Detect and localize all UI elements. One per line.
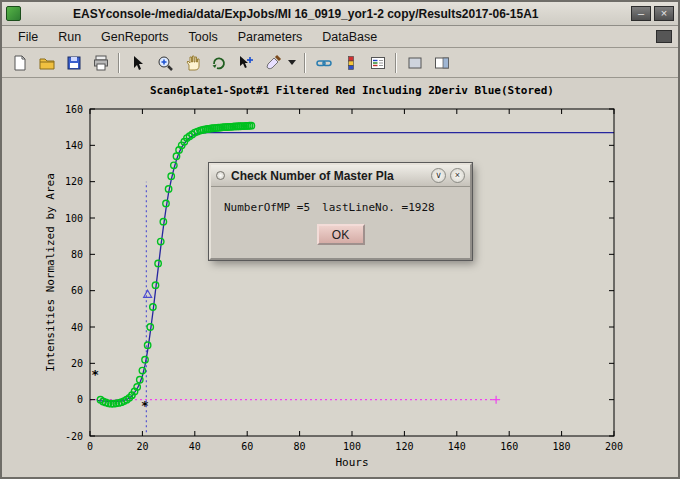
figure-area: **020406080100120140160180200-2002040608… [2,78,678,477]
svg-text:20: 20 [136,441,148,452]
svg-text:160: 160 [500,441,518,452]
svg-text:Intensities Normalized by Area: Intensities Normalized by Area [44,173,57,372]
svg-text:120: 120 [65,176,83,187]
menu-genreports[interactable]: GenReports [91,28,178,46]
hide-plot-tools-button[interactable] [402,50,427,75]
edit-arrow-icon [129,54,147,72]
open-folder-button[interactable] [34,50,59,75]
svg-text:160: 160 [65,104,83,115]
svg-text:40: 40 [189,441,201,452]
toolbar-separator [304,53,306,73]
figure-toolbar [2,48,678,78]
toolbar-separator [395,53,397,73]
show-plot-tools-button[interactable] [429,50,454,75]
svg-text:20: 20 [71,358,83,369]
app-icon [6,6,21,21]
brush-dropdown-button[interactable] [286,50,298,75]
chevron-down-icon [288,60,296,65]
check-master-plates-dialog: Check Number of Master Pla ∨ × NumberOfM… [209,163,472,260]
save-button[interactable] [61,50,86,75]
svg-text:60: 60 [71,285,83,296]
print-button[interactable] [88,50,113,75]
svg-text:-20: -20 [65,431,83,442]
toolbar-separator [118,53,120,73]
svg-text:100: 100 [65,213,83,224]
svg-text:*: * [141,398,149,413]
dialog-close-button[interactable]: × [450,168,465,183]
pan-hand-button[interactable] [179,50,204,75]
show-plot-tools-icon [433,54,451,72]
insert-legend-button[interactable] [365,50,390,75]
svg-text:200: 200 [605,441,623,452]
svg-text:Hours: Hours [335,456,368,469]
svg-text:100: 100 [343,441,361,452]
link-plots-icon [315,54,333,72]
app-window: EASYconsole-/media/data/ExpJobs/MI 16_09… [0,0,680,479]
menu-run[interactable]: Run [48,28,91,46]
dialog-body: NumberOfMP =5lastLineNo. =1928 OK [211,187,470,245]
menu-tools[interactable]: Tools [179,28,228,46]
dialog-message-lastline: lastLineNo. =1928 [322,201,435,214]
insert-legend-icon [369,54,387,72]
menu-parameters[interactable]: Parameters [228,28,313,46]
dialog-message: NumberOfMP =5lastLineNo. =1928 [224,201,457,214]
edit-arrow-button[interactable] [125,50,150,75]
svg-text:*: * [91,367,99,382]
svg-text:140: 140 [65,140,83,151]
svg-text:120: 120 [395,441,413,452]
window-title: EASYconsole-/media/data/ExpJobs/MI 16_09… [73,7,628,21]
svg-text:0: 0 [77,394,83,405]
menu-file[interactable]: File [8,28,48,46]
menubar-corner-icon[interactable] [656,30,672,43]
minimize-button[interactable]: – [631,6,651,21]
dialog-message-numberofmp: NumberOfMP =5 [224,201,310,214]
dialog-titlebar[interactable]: Check Number of Master Pla ∨ × [211,165,470,187]
close-button[interactable]: × [654,6,674,21]
ok-button[interactable]: OK [317,224,365,245]
insert-colorbar-icon [342,54,360,72]
svg-text:80: 80 [71,249,83,260]
svg-text:0: 0 [87,441,93,452]
dialog-shade-button[interactable]: ∨ [431,168,446,183]
new-document-button[interactable] [7,50,32,75]
data-cursor-button[interactable] [233,50,258,75]
window-titlebar[interactable]: EASYconsole-/media/data/ExpJobs/MI 16_09… [2,2,678,26]
zoom-in-icon [156,54,174,72]
brush-icon [264,54,282,72]
menu-database[interactable]: DataBase [312,28,387,46]
print-icon [92,54,110,72]
dialog-icon [216,171,225,180]
dialog-title: Check Number of Master Pla [231,169,427,183]
svg-text:180: 180 [553,441,571,452]
svg-text:80: 80 [294,441,306,452]
hide-plot-tools-icon [406,54,424,72]
open-folder-icon [38,54,56,72]
new-document-icon [11,54,29,72]
brush-button[interactable] [260,50,285,75]
pan-hand-icon [183,54,201,72]
zoom-in-button[interactable] [152,50,177,75]
insert-colorbar-button[interactable] [338,50,363,75]
svg-text:60: 60 [241,441,253,452]
rotate-3d-icon [210,54,228,72]
svg-text:140: 140 [448,441,466,452]
svg-text:Scan6plate1-Spot#1 Filtered Re: Scan6plate1-Spot#1 Filtered Red Includin… [150,84,554,97]
link-plots-button[interactable] [311,50,336,75]
plot-canvas[interactable]: **020406080100120140160180200-2002040608… [2,78,678,477]
data-cursor-icon [237,54,255,72]
svg-text:40: 40 [71,322,83,333]
menubar: File Run GenReports Tools Parameters Dat… [2,26,678,48]
save-icon [65,54,83,72]
rotate-3d-button[interactable] [206,50,231,75]
